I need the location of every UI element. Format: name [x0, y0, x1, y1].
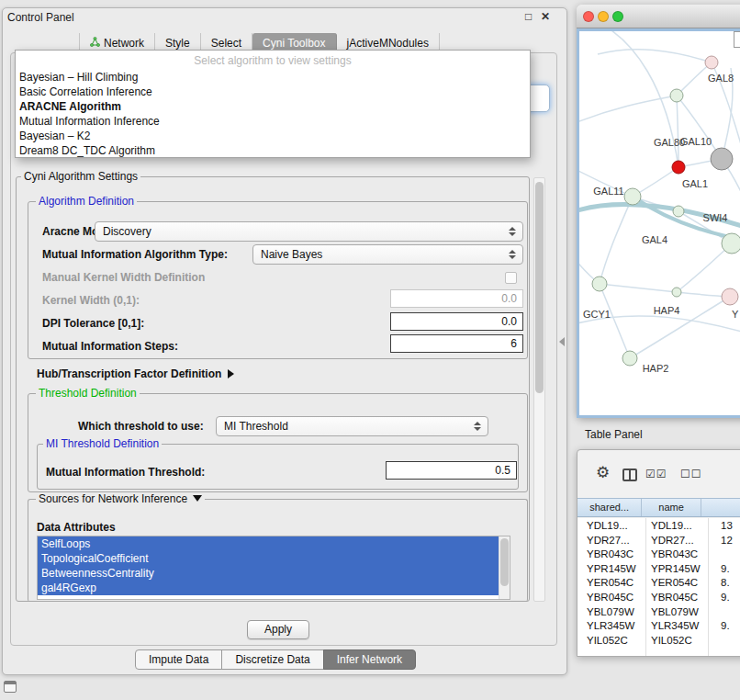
hub-section-toggle[interactable]: Hub/Transcription Factor Definition [37, 367, 234, 380]
table-cell: 9. [721, 590, 730, 604]
table-cell: YER054C [651, 575, 698, 590]
gear-icon[interactable]: ⚙ [596, 465, 610, 480]
data-attributes-label: Data Attributes [37, 521, 116, 534]
table-cell: YBL079W [651, 604, 699, 619]
select-all-icon[interactable]: ☑☑ [645, 468, 667, 480]
manual-kernel-width-checkbox[interactable] [505, 272, 517, 284]
table-grid-line [645, 518, 646, 656]
table-cell: YER054C [587, 575, 633, 590]
table-row[interactable]: YBR043CYBR043C [577, 547, 740, 561]
node-label-gal11: GAL11 [593, 186, 623, 197]
node-label-y: Y [732, 309, 739, 320]
column-header-name[interactable]: name [642, 499, 701, 516]
algorithm-definition-title: Algorithm Definition [36, 195, 137, 208]
node-label-gal4: GAL4 [642, 234, 667, 245]
dpi-tolerance-field[interactable]: 0.0 [390, 312, 523, 331]
restore-icon[interactable]: □ [525, 10, 532, 23]
network-node[interactable] [722, 233, 740, 254]
list-scrollbar-thumb[interactable] [500, 538, 509, 586]
network-node[interactable] [592, 277, 607, 291]
chevron-right-icon [228, 369, 234, 378]
bottom-tab-bar: Impute DataDiscretize DataInfer Network [135, 649, 416, 670]
aracne-mode-value: Discovery [103, 222, 151, 242]
network-canvas[interactable]: GAL8GAL80GAL10GAL11GAL1SWI4GAL4GCY1HAP4Y… [577, 28, 740, 418]
table-row[interactable]: YDL19...YDL19...13 [577, 518, 740, 533]
zoom-button[interactable] [612, 11, 623, 22]
network-node[interactable] [670, 89, 683, 102]
list-item-gal4rgexp[interactable]: gal4RGexp [38, 581, 499, 595]
table-cell: YPR145W [651, 561, 701, 576]
dpi-tolerance-label: DPI Tolerance [0,1]: [42, 317, 144, 330]
network-node[interactable] [672, 161, 685, 174]
minimize-button[interactable] [598, 11, 609, 22]
list-scrollbar[interactable] [499, 536, 510, 599]
which-threshold-select[interactable]: MI Threshold [216, 416, 488, 436]
node-label-gal1: GAL1 [682, 178, 708, 189]
dropdown-option-mutual-information-inference[interactable]: Mutual Information Inference [16, 114, 530, 129]
network-node[interactable] [624, 188, 641, 205]
dropdown-option-aracne-algorithm[interactable]: ARACNE Algorithm [16, 99, 530, 114]
network-node[interactable] [711, 148, 733, 170]
table-cell: YDR27... [651, 533, 694, 548]
table-row[interactable]: YDR27...YDR27...12 [577, 533, 740, 548]
table-row[interactable]: YLR345WYLR345W9. [577, 618, 740, 633]
kernel-width-field[interactable]: 0.0 [390, 289, 523, 308]
mi-steps-field[interactable]: 6 [390, 334, 523, 353]
panel-collapse-handle[interactable] [559, 337, 565, 346]
dropdown-option-dream8-dc-tdc-algorithm[interactable]: Dream8 DC_TDC Algorithm [16, 143, 530, 158]
network-node[interactable] [622, 351, 637, 366]
network-node[interactable] [722, 288, 738, 305]
node-label-hap2: HAP2 [643, 363, 669, 374]
table-cell: YIL052C [651, 633, 692, 648]
dropdown-option-bayesian-hill-climbing[interactable]: Bayesian – Hill Climbing [16, 70, 530, 85]
apply-button[interactable]: Apply [247, 620, 309, 639]
table-cell: 9. [721, 561, 730, 576]
mi-threshold-group-title: MI Threshold Definition [43, 437, 162, 450]
node-label-swi4: SWI4 [703, 212, 728, 223]
table-row[interactable]: YIL052CYIL052C [577, 633, 740, 648]
dropdown-option-bayesian-k2[interactable]: Bayesian – K2 [16, 129, 530, 143]
columns-icon[interactable] [622, 469, 637, 481]
network-node[interactable] [705, 56, 718, 69]
settings-scrollbar[interactable] [533, 177, 545, 602]
table-row[interactable]: YER054CYER054C8. [577, 575, 740, 590]
tab-impute-data[interactable]: Impute Data [135, 649, 222, 670]
network-window-titlebar[interactable] [577, 5, 740, 28]
list-item-topologicalcoefficient[interactable]: TopologicalCoefficient [38, 551, 499, 566]
desktop: Control Panel □ ✕ NetworkStyleSelectCyni… [0, 0, 740, 700]
table-body: YDL19...YDL19...13YDR27...YDR27...12YBR0… [577, 518, 740, 656]
list-item-betweennesscentrality[interactable]: BetweennessCentrality [38, 566, 499, 581]
table-cell: YDR27... [587, 533, 630, 548]
float-panel-icon[interactable] [4, 681, 17, 693]
close-icon[interactable]: ✕ [541, 10, 550, 23]
network-node[interactable] [673, 206, 684, 217]
column-header-shared[interactable]: shared... [577, 499, 642, 516]
mi-algorithm-type-select[interactable]: Naive Bayes [252, 244, 523, 265]
table-cell: YBR043C [651, 547, 698, 561]
table-row[interactable]: YPR145WYPR145W9. [577, 561, 740, 576]
table-row[interactable]: YBR045CYBR045C9. [577, 590, 740, 604]
table-cell: YDL19... [651, 518, 692, 533]
mi-steps-label: Mutual Information Steps: [42, 340, 178, 353]
settings-scrollbar-thumb[interactable] [535, 182, 544, 393]
table-cell: YPR145W [587, 561, 636, 576]
table-cell: YBR045C [587, 590, 633, 604]
sources-group-toggle[interactable]: Sources for Network Inference [36, 492, 205, 505]
aracne-mode-select[interactable]: Discovery [95, 221, 523, 242]
node-label-gal8: GAL8 [708, 73, 734, 84]
deselect-all-icon[interactable]: ☐☐ [680, 468, 702, 480]
network-node[interactable] [672, 288, 681, 297]
tab-infer-network[interactable]: Infer Network [323, 649, 416, 670]
column-header-2[interactable] [701, 499, 740, 516]
updown-arrows-icon [509, 227, 516, 236]
table-row[interactable]: YBL079WYBL079W [577, 604, 740, 619]
network-corner-box [734, 31, 740, 48]
node-label-gcy1: GCY1 [583, 309, 611, 320]
list-item-selfloops[interactable]: SelfLoops [38, 536, 499, 551]
table-cell: 8. [721, 575, 730, 590]
mi-threshold-field[interactable]: 0.5 [386, 461, 517, 480]
tab-discretize-data[interactable]: Discretize Data [221, 649, 323, 670]
dropdown-option-basic-correlation-inference[interactable]: Basic Correlation Inference [16, 85, 530, 99]
close-button[interactable] [583, 11, 594, 22]
table-cell: 9. [721, 618, 730, 633]
